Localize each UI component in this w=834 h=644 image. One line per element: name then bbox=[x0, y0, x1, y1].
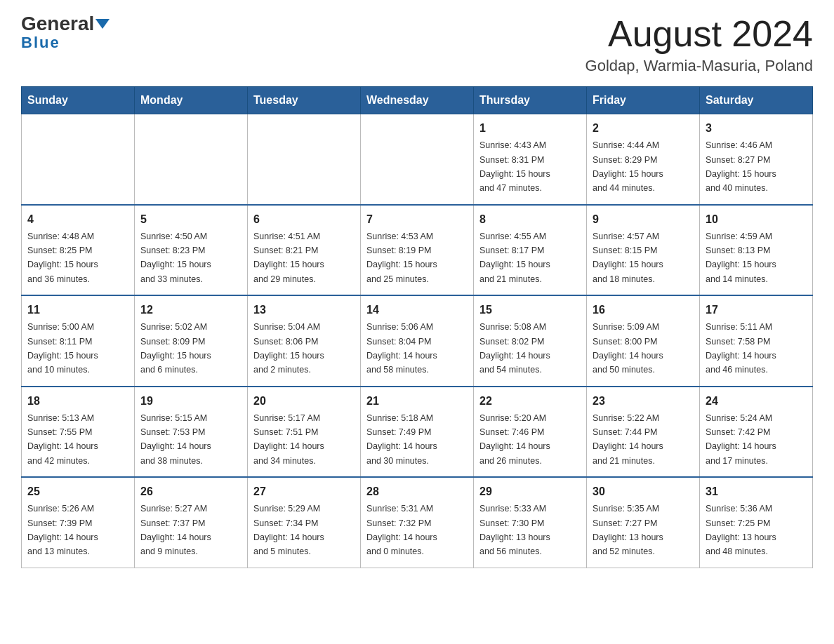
calendar-cell: 13Sunrise: 5:04 AM Sunset: 8:06 PM Dayli… bbox=[248, 295, 361, 387]
day-number: 7 bbox=[366, 211, 468, 228]
calendar-cell: 26Sunrise: 5:27 AM Sunset: 7:37 PM Dayli… bbox=[135, 477, 248, 568]
day-info: Sunrise: 5:18 AM Sunset: 7:49 PM Dayligh… bbox=[366, 413, 437, 466]
day-info: Sunrise: 5:11 AM Sunset: 7:58 PM Dayligh… bbox=[706, 322, 776, 375]
day-info: Sunrise: 5:22 AM Sunset: 7:44 PM Dayligh… bbox=[593, 413, 663, 466]
weekday-header-tuesday: Tuesday bbox=[248, 87, 361, 114]
logo-triangle-icon bbox=[95, 19, 110, 29]
day-info: Sunrise: 4:48 AM Sunset: 8:25 PM Dayligh… bbox=[27, 232, 98, 284]
calendar-cell: 31Sunrise: 5:36 AM Sunset: 7:25 PM Dayli… bbox=[700, 477, 813, 568]
day-info: Sunrise: 4:55 AM Sunset: 8:17 PM Dayligh… bbox=[479, 232, 550, 284]
calendar-cell: 18Sunrise: 5:13 AM Sunset: 7:55 PM Dayli… bbox=[22, 387, 135, 478]
calendar-cell: 4Sunrise: 4:48 AM Sunset: 8:25 PM Daylig… bbox=[22, 205, 135, 296]
calendar-cell: 29Sunrise: 5:33 AM Sunset: 7:30 PM Dayli… bbox=[474, 477, 587, 568]
day-info: Sunrise: 5:31 AM Sunset: 7:32 PM Dayligh… bbox=[366, 504, 437, 556]
day-number: 23 bbox=[593, 393, 694, 410]
calendar-cell: 28Sunrise: 5:31 AM Sunset: 7:32 PM Dayli… bbox=[361, 477, 474, 568]
calendar-cell: 11Sunrise: 5:00 AM Sunset: 8:11 PM Dayli… bbox=[22, 295, 135, 387]
weekday-header-row: SundayMondayTuesdayWednesdayThursdayFrid… bbox=[22, 87, 813, 114]
day-number: 25 bbox=[27, 483, 128, 500]
weekday-header-monday: Monday bbox=[135, 87, 248, 114]
logo-general-text: General bbox=[21, 14, 94, 34]
weekday-header-thursday: Thursday bbox=[474, 87, 587, 114]
day-number: 18 bbox=[27, 393, 128, 410]
day-number: 10 bbox=[706, 211, 807, 228]
day-number: 20 bbox=[253, 393, 355, 410]
calendar-cell: 1Sunrise: 4:43 AM Sunset: 8:31 PM Daylig… bbox=[474, 114, 587, 205]
day-number: 13 bbox=[253, 302, 355, 318]
calendar-cell: 24Sunrise: 5:24 AM Sunset: 7:42 PM Dayli… bbox=[700, 387, 813, 478]
calendar-cell: 6Sunrise: 4:51 AM Sunset: 8:21 PM Daylig… bbox=[248, 205, 361, 296]
day-info: Sunrise: 4:53 AM Sunset: 8:19 PM Dayligh… bbox=[366, 232, 437, 284]
day-info: Sunrise: 4:50 AM Sunset: 8:23 PM Dayligh… bbox=[140, 232, 211, 284]
day-number: 2 bbox=[593, 120, 694, 137]
calendar-cell bbox=[135, 114, 248, 205]
day-number: 28 bbox=[366, 483, 468, 500]
day-info: Sunrise: 5:09 AM Sunset: 8:00 PM Dayligh… bbox=[593, 322, 663, 375]
calendar-cell: 15Sunrise: 5:08 AM Sunset: 8:02 PM Dayli… bbox=[474, 295, 587, 387]
month-title: August 2024 bbox=[585, 14, 813, 54]
day-number: 1 bbox=[479, 120, 581, 137]
calendar-week-row: 25Sunrise: 5:26 AM Sunset: 7:39 PM Dayli… bbox=[22, 477, 813, 568]
calendar-cell: 21Sunrise: 5:18 AM Sunset: 7:49 PM Dayli… bbox=[361, 387, 474, 478]
day-info: Sunrise: 5:36 AM Sunset: 7:25 PM Dayligh… bbox=[706, 504, 776, 556]
day-info: Sunrise: 4:44 AM Sunset: 8:29 PM Dayligh… bbox=[593, 140, 663, 193]
calendar-cell: 9Sunrise: 4:57 AM Sunset: 8:15 PM Daylig… bbox=[587, 205, 700, 296]
day-number: 6 bbox=[253, 211, 355, 228]
day-number: 15 bbox=[479, 302, 581, 318]
calendar-cell: 16Sunrise: 5:09 AM Sunset: 8:00 PM Dayli… bbox=[587, 295, 700, 387]
calendar-cell: 10Sunrise: 4:59 AM Sunset: 8:13 PM Dayli… bbox=[700, 205, 813, 296]
day-info: Sunrise: 4:57 AM Sunset: 8:15 PM Dayligh… bbox=[593, 232, 663, 284]
day-number: 30 bbox=[593, 483, 694, 500]
day-info: Sunrise: 4:51 AM Sunset: 8:21 PM Dayligh… bbox=[253, 232, 324, 284]
day-number: 12 bbox=[140, 302, 241, 318]
calendar-week-row: 18Sunrise: 5:13 AM Sunset: 7:55 PM Dayli… bbox=[22, 387, 813, 478]
day-number: 4 bbox=[27, 211, 128, 228]
weekday-header-friday: Friday bbox=[587, 87, 700, 114]
day-number: 24 bbox=[706, 393, 807, 410]
day-number: 16 bbox=[593, 302, 694, 318]
day-info: Sunrise: 5:04 AM Sunset: 8:06 PM Dayligh… bbox=[253, 322, 324, 375]
day-info: Sunrise: 5:17 AM Sunset: 7:51 PM Dayligh… bbox=[253, 413, 324, 466]
calendar-cell: 3Sunrise: 4:46 AM Sunset: 8:27 PM Daylig… bbox=[700, 114, 813, 205]
calendar-cell: 12Sunrise: 5:02 AM Sunset: 8:09 PM Dayli… bbox=[135, 295, 248, 387]
day-info: Sunrise: 5:29 AM Sunset: 7:34 PM Dayligh… bbox=[253, 504, 324, 556]
page-header: General Blue August 2024 Goldap, Warmia-… bbox=[21, 14, 813, 75]
logo: General Blue bbox=[21, 14, 110, 52]
calendar-cell bbox=[361, 114, 474, 205]
logo-blue-text: Blue bbox=[21, 34, 60, 51]
day-info: Sunrise: 5:06 AM Sunset: 8:04 PM Dayligh… bbox=[366, 322, 437, 375]
calendar-cell: 25Sunrise: 5:26 AM Sunset: 7:39 PM Dayli… bbox=[22, 477, 135, 568]
day-info: Sunrise: 5:02 AM Sunset: 8:09 PM Dayligh… bbox=[140, 322, 211, 375]
day-number: 19 bbox=[140, 393, 241, 410]
day-number: 14 bbox=[366, 302, 468, 318]
day-info: Sunrise: 4:43 AM Sunset: 8:31 PM Dayligh… bbox=[479, 140, 550, 193]
calendar-cell bbox=[22, 114, 135, 205]
day-info: Sunrise: 5:00 AM Sunset: 8:11 PM Dayligh… bbox=[27, 322, 98, 375]
location-title: Goldap, Warmia-Masuria, Poland bbox=[585, 57, 813, 75]
calendar-cell: 14Sunrise: 5:06 AM Sunset: 8:04 PM Dayli… bbox=[361, 295, 474, 387]
calendar-week-row: 11Sunrise: 5:00 AM Sunset: 8:11 PM Dayli… bbox=[22, 295, 813, 387]
day-info: Sunrise: 5:26 AM Sunset: 7:39 PM Dayligh… bbox=[27, 504, 98, 556]
day-number: 27 bbox=[253, 483, 355, 500]
calendar-cell bbox=[248, 114, 361, 205]
calendar-week-row: 1Sunrise: 4:43 AM Sunset: 8:31 PM Daylig… bbox=[22, 114, 813, 205]
day-info: Sunrise: 5:08 AM Sunset: 8:02 PM Dayligh… bbox=[479, 322, 550, 375]
day-number: 17 bbox=[706, 302, 807, 318]
calendar-cell: 22Sunrise: 5:20 AM Sunset: 7:46 PM Dayli… bbox=[474, 387, 587, 478]
calendar-cell: 2Sunrise: 4:44 AM Sunset: 8:29 PM Daylig… bbox=[587, 114, 700, 205]
calendar-cell: 30Sunrise: 5:35 AM Sunset: 7:27 PM Dayli… bbox=[587, 477, 700, 568]
day-info: Sunrise: 4:46 AM Sunset: 8:27 PM Dayligh… bbox=[706, 140, 776, 193]
weekday-header-sunday: Sunday bbox=[22, 87, 135, 114]
day-number: 3 bbox=[706, 120, 807, 137]
calendar-week-row: 4Sunrise: 4:48 AM Sunset: 8:25 PM Daylig… bbox=[22, 205, 813, 296]
calendar-cell: 19Sunrise: 5:15 AM Sunset: 7:53 PM Dayli… bbox=[135, 387, 248, 478]
day-number: 22 bbox=[479, 393, 581, 410]
calendar-cell: 8Sunrise: 4:55 AM Sunset: 8:17 PM Daylig… bbox=[474, 205, 587, 296]
day-number: 9 bbox=[593, 211, 694, 228]
day-number: 11 bbox=[27, 302, 128, 318]
calendar-cell: 27Sunrise: 5:29 AM Sunset: 7:34 PM Dayli… bbox=[248, 477, 361, 568]
day-info: Sunrise: 5:13 AM Sunset: 7:55 PM Dayligh… bbox=[27, 413, 98, 466]
calendar-cell: 5Sunrise: 4:50 AM Sunset: 8:23 PM Daylig… bbox=[135, 205, 248, 296]
day-info: Sunrise: 5:27 AM Sunset: 7:37 PM Dayligh… bbox=[140, 504, 211, 556]
calendar-cell: 7Sunrise: 4:53 AM Sunset: 8:19 PM Daylig… bbox=[361, 205, 474, 296]
